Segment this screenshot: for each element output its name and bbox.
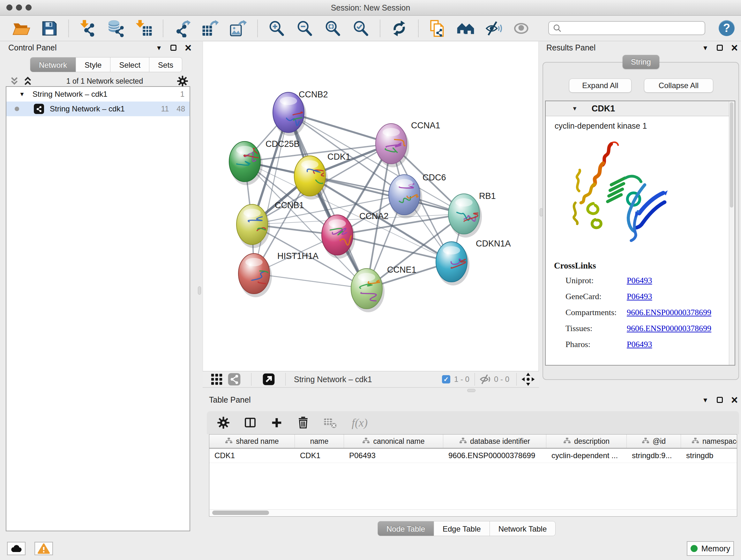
memory-button[interactable]: Memory <box>687 541 734 556</box>
search-box[interactable] <box>548 21 705 35</box>
help-button[interactable]: ? <box>719 20 735 36</box>
results-panel-float-icon[interactable] <box>717 45 723 51</box>
table-cell[interactable]: CDK1 <box>295 449 344 462</box>
table-options-gear-icon[interactable] <box>217 416 230 429</box>
network-row[interactable]: String Network – cdk1 11 48 <box>6 102 190 116</box>
collapse-all-button[interactable]: Collapse All <box>644 78 713 92</box>
tab-network[interactable]: Network <box>30 57 76 72</box>
crosslink-link[interactable]: 9606.ENSP00000378699 <box>627 324 735 333</box>
tab-string[interactable]: String <box>623 55 659 69</box>
crosslink-link[interactable]: P06493 <box>627 340 735 349</box>
column-header-description[interactable]: description <box>546 435 627 448</box>
network-canvas[interactable]: CCNB2CCNA1CDC25BCDK1CDC6RB1CCNB1CCNA2CDK… <box>203 42 539 371</box>
export-network-icon[interactable] <box>173 19 192 38</box>
expand-all-button[interactable]: Expand All <box>569 78 631 92</box>
table-cell[interactable]: stringdb <box>681 449 737 462</box>
search-input[interactable] <box>562 23 701 33</box>
table-cell[interactable]: CDK1 <box>209 449 295 462</box>
table-hscrollbar-thumb[interactable] <box>212 510 269 515</box>
control-panel-float-icon[interactable] <box>171 45 177 51</box>
function-builder-icon[interactable]: f(x) <box>352 416 367 429</box>
delete-column-trash-icon[interactable] <box>297 416 310 429</box>
table-cell[interactable]: 9606.ENSP00000378699 <box>443 449 546 462</box>
create-column-icon[interactable] <box>271 417 283 429</box>
crosshair-icon[interactable] <box>521 372 535 386</box>
network-node-RB1[interactable] <box>448 194 480 234</box>
group-homes-icon[interactable] <box>456 19 475 38</box>
crosslink-link[interactable]: P06493 <box>627 292 735 301</box>
network-status-dot <box>15 107 19 111</box>
network-options-gear-icon[interactable] <box>177 75 188 87</box>
node-label-CCNA1: CCNA1 <box>411 121 441 130</box>
network-collection-row[interactable]: ▼ String Network – cdk1 1 <box>6 87 190 102</box>
cloud-icon <box>9 543 23 554</box>
expand-all-networks-icon[interactable] <box>23 76 32 86</box>
table-row[interactable]: CDK1CDK1P064939606.ENSP00000378699cyclin… <box>209 449 737 463</box>
network-node-CCNA2[interactable] <box>322 215 353 255</box>
zoom-fit-icon[interactable] <box>324 19 342 38</box>
tab-node-table[interactable]: Node Table <box>378 521 434 536</box>
zoom-in-icon[interactable] <box>267 19 286 38</box>
network-node-CCNA1[interactable] <box>376 124 407 164</box>
table-panel-float-icon[interactable] <box>717 397 723 403</box>
table-panel-close-icon[interactable]: × <box>731 396 738 404</box>
control-panel-close-icon[interactable]: × <box>185 44 192 52</box>
sitemap-icon <box>225 437 232 446</box>
export-image-icon[interactable] <box>229 19 248 38</box>
bottom-splitter-handle[interactable] <box>467 389 475 392</box>
node-entry-header[interactable]: ▼ CDK1 <box>546 101 735 116</box>
left-splitter-handle[interactable] <box>198 287 201 295</box>
zoom-selected-icon[interactable] <box>352 19 370 38</box>
control-panel-collapse-icon[interactable]: ▼ <box>156 45 162 51</box>
column-header-name[interactable]: name <box>295 435 344 448</box>
sitemap-icon <box>563 437 571 446</box>
results-panel-close-icon[interactable]: × <box>731 44 738 52</box>
table-hscrollbar[interactable] <box>210 509 737 516</box>
results-scrollbar[interactable] <box>729 101 735 365</box>
crosslink-link[interactable]: 9606.ENSP00000378699 <box>627 308 735 317</box>
zoom-out-icon[interactable] <box>295 19 314 38</box>
duplicate-network-icon[interactable] <box>428 19 447 38</box>
column-header-shared-name[interactable]: shared name <box>209 435 295 448</box>
import-network-icon[interactable] <box>78 19 97 38</box>
column-header-canonical-name[interactable]: canonical name <box>344 435 443 448</box>
network-node-CCNE1[interactable] <box>351 268 382 309</box>
column-header-database-identifier[interactable]: database identifier <box>443 435 546 448</box>
tab-network-table[interactable]: Network Table <box>490 521 556 536</box>
share-view-icon[interactable] <box>227 373 241 386</box>
cloud-status-button[interactable] <box>7 542 25 555</box>
table-panel-collapse-icon[interactable]: ▼ <box>702 397 709 403</box>
import-network-database-icon[interactable] <box>107 19 125 38</box>
warnings-button[interactable] <box>35 542 53 555</box>
results-panel-collapse-icon[interactable]: ▼ <box>702 45 709 51</box>
selected-checkbox-icon[interactable]: ✓ <box>442 375 450 383</box>
grid-view-icon[interactable] <box>210 373 223 386</box>
show-all-icon[interactable] <box>513 19 531 38</box>
network-edge[interactable] <box>254 112 288 273</box>
delete-table-icon[interactable] <box>324 417 338 429</box>
tab-select[interactable]: Select <box>111 57 149 72</box>
hide-selected-icon[interactable] <box>484 19 503 38</box>
network-node-CDC6[interactable] <box>389 175 420 215</box>
tab-sets[interactable]: Sets <box>149 57 182 72</box>
network-node-CDC25B[interactable] <box>229 141 260 182</box>
show-columns-icon[interactable] <box>244 416 257 429</box>
export-table-icon[interactable] <box>201 19 219 38</box>
tab-style[interactable]: Style <box>76 57 111 72</box>
save-session-icon[interactable] <box>40 19 59 38</box>
table-cell[interactable]: cyclin-dependent ... <box>546 449 627 462</box>
refresh-layout-icon[interactable] <box>390 19 408 38</box>
column-header-@id[interactable]: @id <box>627 435 681 448</box>
memory-status-dot <box>690 545 697 552</box>
entry-collapse-icon[interactable]: ▼ <box>572 105 578 112</box>
collapse-all-networks-icon[interactable] <box>10 76 19 86</box>
import-table-icon[interactable] <box>135 19 153 38</box>
tab-edge-table[interactable]: Edge Table <box>434 521 490 536</box>
column-header-namespace[interactable]: namespace <box>681 435 737 448</box>
open-in-window-icon[interactable] <box>262 373 275 386</box>
open-session-icon[interactable] <box>12 19 30 38</box>
table-cell[interactable]: P06493 <box>344 449 443 462</box>
collection-expand-icon[interactable]: ▼ <box>19 91 25 98</box>
table-cell[interactable]: stringdb:9... <box>627 449 681 462</box>
crosslink-link[interactable]: P06493 <box>627 276 735 286</box>
